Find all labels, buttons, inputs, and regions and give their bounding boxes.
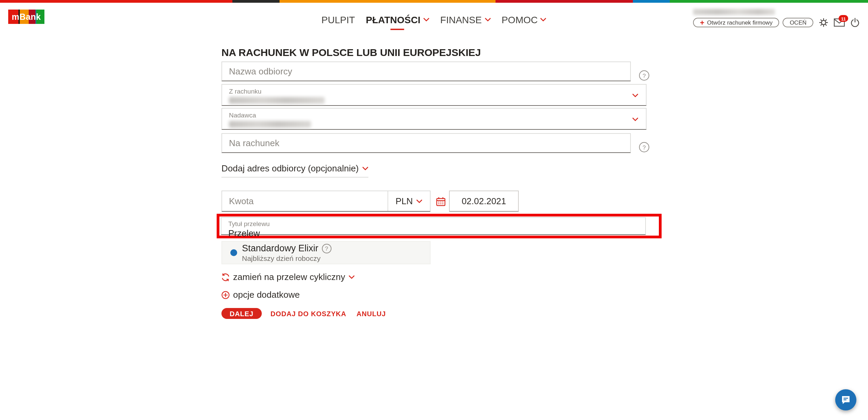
sender-value-blurred bbox=[229, 121, 311, 128]
chevron-down-icon bbox=[632, 117, 638, 122]
segment-green bbox=[670, 0, 868, 3]
nav-item-label: PŁATNOŚCI bbox=[366, 14, 421, 25]
from-account-label: Z rachunku bbox=[229, 87, 639, 95]
nav-item-platnosci[interactable]: PŁATNOŚCI bbox=[366, 14, 430, 25]
nav-item-label: POMOC bbox=[502, 14, 538, 25]
chevron-down-icon bbox=[632, 94, 638, 98]
gear-icon bbox=[819, 18, 828, 27]
add-recipient-address-link[interactable]: Dodaj adres odbiorcy (opcjonalnie) bbox=[221, 163, 368, 178]
recurring-icon bbox=[221, 273, 230, 281]
messages-button[interactable]: 11 bbox=[834, 18, 845, 27]
rate-button[interactable]: OCEŃ bbox=[783, 18, 813, 27]
brand-stripe bbox=[0, 0, 868, 3]
nav-item-label: PULPIT bbox=[322, 14, 355, 25]
page-title: NA RACHUNEK W POLSCE LUB UNII EUROPEJSKI… bbox=[221, 46, 686, 58]
settings-button[interactable] bbox=[819, 18, 828, 27]
mbank-logo[interactable]: mBank bbox=[8, 10, 44, 24]
recurring-transfer-row: zamień na przelew cykliczny bbox=[221, 272, 686, 282]
segment-crimson bbox=[496, 0, 633, 3]
amount-input[interactable] bbox=[222, 191, 387, 211]
chat-bubble-icon bbox=[841, 395, 851, 405]
next-button[interactable]: DALEJ bbox=[221, 308, 262, 319]
from-account-row: Z rachunku bbox=[221, 84, 686, 106]
transfer-title-input[interactable] bbox=[228, 228, 638, 238]
highlight-box: Tytuł przelewu bbox=[217, 214, 662, 238]
header-actions: + Otwórz rachunek firmowy OCEŃ 11 bbox=[693, 9, 860, 27]
user-name-blurred bbox=[693, 9, 775, 15]
nav-item-pulpit[interactable]: PULPIT bbox=[322, 14, 355, 25]
currency-value: PLN bbox=[395, 196, 413, 206]
nav-item-pomoc[interactable]: POMOC bbox=[502, 14, 547, 25]
help-icon[interactable]: ? bbox=[639, 70, 649, 81]
from-account-select[interactable]: Z rachunku bbox=[221, 84, 647, 106]
logout-button[interactable] bbox=[850, 18, 860, 27]
transfer-type-option[interactable]: Standardowy Elixir ? Najbliższy dzień ro… bbox=[221, 241, 431, 264]
segment-orange bbox=[280, 0, 496, 3]
sender-select[interactable]: Nadawca bbox=[221, 108, 647, 130]
sender-label: Nadawca bbox=[229, 111, 639, 119]
currency-select[interactable]: PLN bbox=[387, 191, 430, 211]
chevron-down-icon bbox=[423, 18, 429, 22]
to-account-row: ? bbox=[221, 133, 686, 153]
transfer-title-label: Tytuł przelewu bbox=[228, 220, 638, 227]
transfer-type-subtitle: Najbliższy dzień roboczy bbox=[242, 254, 331, 262]
amount-row: PLN 02.02.2021 bbox=[221, 191, 686, 212]
date-input[interactable]: 02.02.2021 bbox=[449, 191, 519, 212]
add-to-basket-button[interactable]: DODAJ DO KOSZYKA bbox=[269, 310, 348, 317]
plus-circle-icon bbox=[221, 291, 230, 299]
from-account-value-blurred bbox=[229, 97, 325, 104]
amount-box: PLN bbox=[221, 191, 431, 212]
nav-item-finanse[interactable]: FINANSE bbox=[440, 14, 490, 25]
transfer-title-field[interactable]: Tytuł przelewu bbox=[221, 217, 646, 235]
calendar-icon[interactable] bbox=[436, 196, 446, 206]
add-address-row: Dodaj adres odbiorcy (opcjonalnie) bbox=[221, 163, 686, 178]
add-recipient-address-label: Dodaj adres odbiorcy (opcjonalnie) bbox=[221, 163, 359, 173]
main-nav: PULPIT PŁATNOŚCI FINANSE POMOC bbox=[322, 14, 547, 25]
chevron-down-icon bbox=[416, 199, 422, 203]
transfer-type-title: Standardowy Elixir bbox=[242, 243, 318, 253]
additional-options-link[interactable]: opcje dodatkowe bbox=[233, 290, 300, 300]
additional-options-row: opcje dodatkowe bbox=[221, 290, 686, 300]
chevron-down-icon bbox=[362, 166, 368, 170]
rate-label: OCEŃ bbox=[790, 19, 806, 26]
recipient-name-input[interactable] bbox=[221, 61, 631, 81]
plus-icon: + bbox=[700, 19, 704, 26]
sender-row: Nadawca bbox=[221, 108, 686, 130]
power-icon bbox=[850, 18, 860, 27]
open-business-account-button[interactable]: + Otwórz rachunek firmowy bbox=[693, 18, 779, 27]
to-account-input[interactable] bbox=[221, 133, 631, 153]
radio-selected-icon[interactable] bbox=[230, 249, 237, 256]
transfer-form: NA RACHUNEK W POLSCE LUB UNII EUROPEJSKI… bbox=[221, 46, 686, 319]
mbank-logo-text: mBank bbox=[8, 10, 44, 24]
chevron-down-icon bbox=[349, 275, 355, 279]
date-value: 02.02.2021 bbox=[462, 196, 506, 206]
chevron-down-icon bbox=[485, 18, 491, 22]
page: mBank PULPIT PŁATNOŚCI FINANSE POMOC + O… bbox=[0, 0, 868, 420]
active-tab-underline bbox=[391, 29, 404, 30]
messages-badge: 11 bbox=[839, 15, 848, 22]
cancel-button[interactable]: ANULUJ bbox=[355, 310, 387, 317]
help-icon[interactable]: ? bbox=[639, 142, 649, 152]
open-business-account-label: Otwórz rachunek firmowy bbox=[707, 19, 773, 26]
form-buttons: DALEJ DODAJ DO KOSZYKA ANULUJ bbox=[221, 308, 686, 319]
recipient-name-row: ? bbox=[221, 61, 686, 81]
help-icon[interactable]: ? bbox=[322, 243, 331, 253]
segment-black bbox=[232, 0, 280, 3]
nav-item-label: FINANSE bbox=[440, 14, 482, 25]
segment-red bbox=[0, 0, 232, 3]
recurring-transfer-link[interactable]: zamień na przelew cykliczny bbox=[233, 272, 345, 282]
segment-blue bbox=[633, 0, 670, 3]
chat-button[interactable] bbox=[835, 389, 856, 410]
chevron-down-icon bbox=[540, 18, 546, 22]
